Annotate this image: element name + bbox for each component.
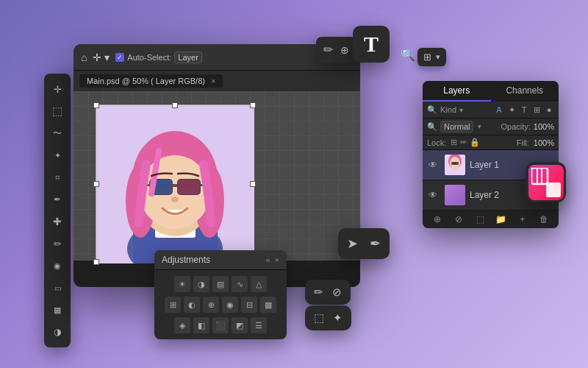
artwork-svg <box>96 105 254 263</box>
new-group-icon[interactable]: 📁 <box>492 214 510 224</box>
search-icon-mode: 🔍 <box>427 122 437 132</box>
adj-gradient-icon[interactable]: ▦ <box>260 297 276 313</box>
adj-content: ☀ ◑ ▤ ∿ △ ⊞ ◐ ⊕ ◉ ⊟ ▦ ◈ ◧ ⬛ ◩ ☰ <box>154 270 287 339</box>
tool-brush[interactable]: ✏ <box>48 234 67 253</box>
filter-icon-2[interactable]: ✦ <box>506 105 517 115</box>
tool-gradient[interactable]: ▦ <box>48 300 67 319</box>
svg-rect-24 <box>531 168 548 184</box>
autoselect-checkbox[interactable]: ✓ <box>115 53 124 62</box>
opacity-value[interactable]: 100% <box>534 122 554 131</box>
canvas-content[interactable] <box>74 91 360 261</box>
adj-colorbal-icon[interactable]: ⊕ <box>203 297 219 313</box>
filter-dropdown-icon[interactable]: ▾ <box>459 106 463 114</box>
delete-layer-icon[interactable]: 🗑 <box>534 214 553 224</box>
layer-2-name[interactable]: Layer 2 <box>470 190 499 200</box>
mode-dropdown-icon[interactable]: ▾ <box>478 123 481 130</box>
document-tab[interactable]: Main.psd @ 50% ( Layer RGB/8) × <box>79 74 223 88</box>
lock-position-icon[interactable]: 🔒 <box>470 138 480 147</box>
mini-toolbar-bottom-2: ⬚ ✦ <box>305 305 351 330</box>
stamp-icon[interactable]: ⊕ <box>340 44 349 56</box>
tool-marquee[interactable]: ⬚ <box>48 102 67 121</box>
lock-label: Lock: <box>427 138 446 147</box>
tool-stamp[interactable]: ◉ <box>48 256 67 275</box>
adj-close-icon[interactable]: × <box>275 255 279 264</box>
adj-exposure-icon[interactable]: △ <box>251 276 267 292</box>
adjustments-panel: Adjustments « × ☀ ◑ ▤ ∿ △ ⊞ ◐ ⊕ ◉ ⊟ ▦ ◈ … <box>154 250 287 339</box>
layer-1-name[interactable]: Layer 1 <box>470 160 499 170</box>
tool-erase[interactable]: ▭ <box>48 278 67 297</box>
adj-invert-icon[interactable]: ◈ <box>174 317 190 333</box>
filter-icon-3[interactable]: T <box>519 105 529 115</box>
adj-title: Adjustments <box>162 255 265 265</box>
layer-select[interactable]: Layer <box>174 52 202 63</box>
filter-icon-1[interactable]: A <box>494 105 504 115</box>
tab-channels[interactable]: Channels <box>491 81 559 102</box>
text-tool-float[interactable]: T <box>353 26 390 63</box>
layer-2-thumbnail <box>445 185 465 205</box>
adj-threshold-icon[interactable]: ⬛ <box>212 317 229 333</box>
layers-tabs: Layers Channels <box>423 81 559 102</box>
selection-icon[interactable]: ⬚ <box>314 311 324 325</box>
tool-crop[interactable]: ⌗ <box>48 168 67 187</box>
filter-icon-5[interactable]: ● <box>544 105 554 115</box>
tab-close[interactable]: × <box>211 77 215 85</box>
adj-channel-icon[interactable]: ☰ <box>251 317 267 333</box>
pencil-icon[interactable]: ✏ <box>314 286 323 299</box>
handle-mr[interactable] <box>250 181 256 187</box>
adj-contrast-icon[interactable]: ◑ <box>193 276 209 292</box>
tool-magic-wand[interactable]: ✦ <box>48 146 67 165</box>
lock-transparent-icon[interactable]: ⊞ <box>451 138 457 147</box>
tool-move[interactable]: ✛ <box>48 79 67 99</box>
handle-ml[interactable] <box>93 181 99 187</box>
fill-value[interactable]: 100% <box>534 138 554 147</box>
home-icon[interactable]: ⌂ <box>81 52 87 63</box>
handle-tl[interactable] <box>93 102 99 108</box>
layer-mask-icon[interactable]: ⬚ <box>471 214 490 224</box>
adj-vibrance-icon[interactable]: ⊞ <box>165 297 181 313</box>
adj-levels-icon[interactable]: ▤ <box>212 276 229 292</box>
link-layers-icon[interactable]: ⊕ <box>429 214 447 224</box>
adj-curves-icon[interactable]: ∿ <box>232 276 248 292</box>
tool-heal[interactable]: ✚ <box>48 212 67 231</box>
brush-tool-icon[interactable]: ✏ <box>323 43 333 57</box>
search-icon[interactable]: 🔍 <box>401 49 415 61</box>
layer-effects-icon[interactable]: ⊘ <box>450 214 468 224</box>
adj-poster-icon[interactable]: ◧ <box>193 317 209 333</box>
extra-dropdown-icon[interactable]: ▾ <box>436 52 440 62</box>
filter-icon-4[interactable]: ⊞ <box>531 105 542 115</box>
arrow-select-icon[interactable]: ➤ <box>347 236 358 252</box>
settings-icon[interactable]: ✦ <box>333 311 343 325</box>
extra-icon-1[interactable]: ⊞ <box>423 52 431 63</box>
tab-label: Main.psd @ 50% ( Layer RGB/8) <box>87 77 205 85</box>
adj-selectcolor-icon[interactable]: ◩ <box>232 317 248 333</box>
ps-logo-svg <box>531 168 553 190</box>
adj-photo-icon[interactable]: ⊟ <box>241 297 257 313</box>
layer-2-visibility[interactable]: 👁 <box>429 190 440 200</box>
move-tool-icon[interactable]: ✛ ▾ <box>93 52 110 63</box>
adj-row-3: ◈ ◧ ⬛ ◩ ☰ <box>160 317 281 333</box>
eraser-icon[interactable]: ⊘ <box>332 286 342 299</box>
pen-tool-icon[interactable]: ✒ <box>370 236 381 252</box>
adj-bw-icon[interactable]: ◉ <box>222 297 238 313</box>
svg-rect-13 <box>178 180 200 194</box>
handle-tr[interactable] <box>250 102 256 108</box>
artwork-container[interactable] <box>96 105 254 263</box>
tool-dodge[interactable]: ◑ <box>48 322 67 342</box>
filter-label[interactable]: Kind <box>440 105 456 114</box>
handle-tm[interactable] <box>172 102 178 108</box>
adj-brightness-icon[interactable]: ☀ <box>174 276 190 292</box>
handle-bl[interactable] <box>93 259 99 265</box>
mode-select[interactable]: Normal <box>440 121 473 132</box>
tool-lasso[interactable]: 〜 <box>48 124 67 143</box>
adj-row-1: ☀ ◑ ▤ ∿ △ <box>160 276 281 292</box>
tool-eyedropper[interactable]: ✒ <box>48 190 67 209</box>
adj-hsl-icon[interactable]: ◐ <box>184 297 200 313</box>
lock-image-icon[interactable]: ✏ <box>460 138 467 147</box>
new-layer-icon[interactable]: + <box>513 214 531 224</box>
layer-1-visibility[interactable]: 👁 <box>429 160 440 170</box>
search-float[interactable]: 🔍 <box>401 48 415 62</box>
tab-bar: Main.psd @ 50% ( Layer RGB/8) × <box>74 71 360 91</box>
adj-collapse-icon[interactable]: « <box>265 255 270 264</box>
tab-layers[interactable]: Layers <box>423 81 491 102</box>
layers-panel: Layers Channels 🔍 Kind ▾ A ✦ T ⊞ ● 🔍 Nor… <box>423 81 559 228</box>
